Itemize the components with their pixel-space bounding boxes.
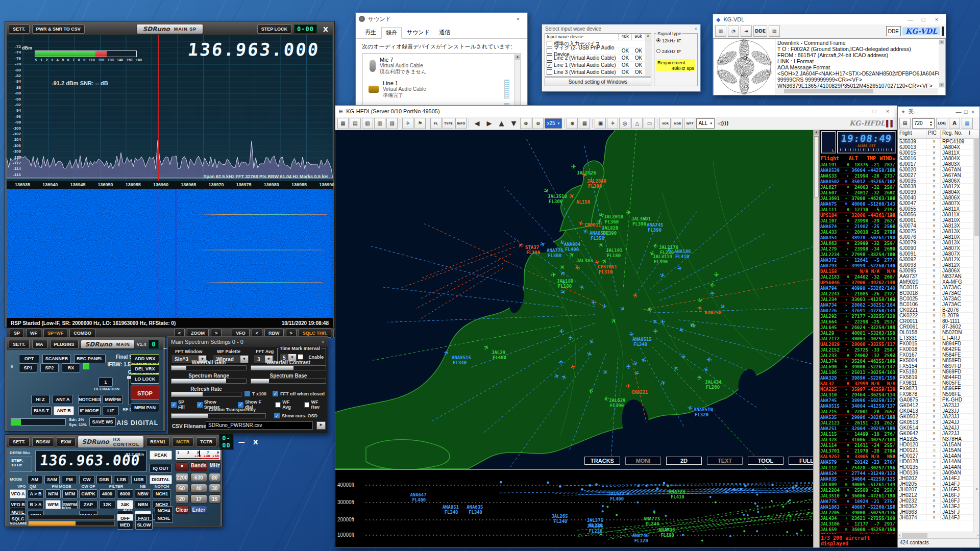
biast-button[interactable]: BIAS-T [31,406,52,415]
map-2d-button[interactable]: 2D [666,457,702,465]
wave-col-48k[interactable]: 48k [619,34,632,40]
rsyn1-button[interactable]: RSYN1 [146,437,169,446]
band-key-30[interactable]: 301 [209,484,221,493]
spectrum-range-slider[interactable] [171,379,247,384]
enter-button[interactable]: Enter [190,505,207,514]
flight-row[interactable]: UAL2829▸28000-33255/117 [820,342,896,347]
ifmode-button[interactable]: IF MODE [78,406,101,415]
flight-table-header[interactable]: FlightALT TMPWIND ▶ [820,155,897,162]
contact-row[interactable]: CK0221×B-2076 [898,307,973,313]
flight-row[interactable]: JAL690H39000-52263/147 [820,364,896,370]
contacts-header[interactable]: Flight PIC Reg. No. I [898,130,979,139]
radio-12khz[interactable]: 12kHz IF [656,38,695,43]
kgvdl-minimize-icon[interactable]: — [904,16,916,22]
enable-checkbox[interactable] [298,354,303,360]
flight-row[interactable]: UPS6046▸37900-49262/148 [820,280,896,286]
device-checkbox[interactable] [547,69,552,75]
contact-row[interactable]: FX9811○N605FE [898,380,973,386]
mode-am-button[interactable]: AM [27,475,42,484]
flight-row[interactable]: JAL2204H25580-32258/ 94 [820,488,896,493]
symbol-icon-3[interactable]: △ [631,118,643,129]
kgvdl-close-icon[interactable]: × [930,16,943,22]
contact-row[interactable]: 6J0040×JA806X [898,195,973,201]
contact-row[interactable]: FX0015×N894FD [898,341,973,346]
refresh-rate-slider[interactable] [171,392,241,397]
flight-row[interactable]: JAL186▴25011-30254/103 [820,370,896,375]
hfdl-titlebar[interactable]: ⊕ KG-HFDL(Server 0/10 PortNo 49505) — □ … [335,106,897,117]
flight-row[interactable]: JAL111H12710-5279/ 49 [820,207,896,213]
flight-row[interactable]: ANA726▾37691-47260/144 [820,308,896,314]
sp-spectrum[interactable]: -72-74-76-78-80-82-84-86-88-90-92-94-96-… [7,35,333,181]
navaid-toggle-ndb[interactable]: NDB [672,118,683,129]
band-key-60[interactable]: 605 [175,484,189,493]
sp-fill-check[interactable]: ✓SP Fill [171,399,192,410]
flight-row[interactable]: JAL627H24003-32258/ 91 [820,185,896,190]
contact-row[interactable]: AA9737×N837AN [898,273,973,279]
contact-row[interactable]: JH0205×JA14FJ [898,481,973,487]
mwfm-button[interactable]: MW/FM [103,395,123,404]
flight-row[interactable]: ANA8539▸36004-44258/155 [820,168,896,173]
flight-row[interactable]: JAL114H21611-24255/ 84 [820,443,896,448]
contact-row[interactable]: BC0106×JA73AC [898,302,973,307]
zoom-level-select[interactable]: x25▼ [545,118,562,129]
fftoff-check[interactable]: ✓FFT off when closed [273,391,325,396]
zoom-in-icon[interactable]: ⊕ [520,118,531,129]
contact-row[interactable]: CR0061○87-3602 [898,324,973,330]
flight-row[interactable]: JAL3106▾12177-7291/ 50 [820,521,896,527]
flight-row[interactable]: ANA1863▸40007-52260/156 [820,505,896,510]
step-box[interactable]: STEP:10 Hz [10,457,32,472]
lo-lock-button[interactable]: LO LOCK [131,374,159,384]
contact-row[interactable]: FX9878○N596FE [898,391,973,397]
kgvdl-tool-icon-1[interactable]: ◔ [728,26,739,37]
contact-row[interactable]: 6J0090×JA807X [898,245,973,251]
kgvdl-tool-icon-3[interactable]: DDE [753,26,767,37]
pan-down-icon[interactable]: ▼ [508,118,519,129]
contact-row[interactable]: 6J0075×JA813X [898,229,973,234]
decimation-value[interactable]: 1 [99,378,113,387]
iqout-button[interactable]: IQ OUT [150,464,172,473]
flight-row[interactable]: JAL2152▾25725-33258/ 93 [820,347,896,353]
rx-sett-button[interactable]: SETT. [9,437,30,446]
sound-titlebar[interactable]: サウンド × [356,13,527,25]
contacts-hscrollbar[interactable]: < > [898,532,979,538]
sound-device-row[interactable]: Mic 7Virtual Audio Cable現在利用できません [362,54,521,78]
hfdl-maximize-icon[interactable]: □ [868,108,880,114]
sp-frequency-display[interactable]: 136.963.000 [187,39,321,60]
sp-titlebar[interactable]: SETT. PWR & SNR TO CSV SDRuno MAIN SP ST… [7,23,333,35]
contact-row[interactable]: AM9020×XA-MFG [898,279,973,285]
rx-vfoa-button[interactable]: VFO A [10,489,26,498]
contact-row[interactable]: HD0136○JA09AN [898,470,973,475]
contact-row[interactable]: GK0642×JA22JJ [898,431,973,436]
overlay-icon-1[interactable]: ▦ [579,118,590,129]
flight-row[interactable]: ANA675H40000-51260/143 [820,202,896,207]
contact-row[interactable]: HD0121○JA15AN [898,447,973,453]
contacts-minimize-icon[interactable]: — [955,109,962,115]
band-key-17[interactable]: 173 [190,494,207,504]
flight-row[interactable]: JAL115▾14499-10276/ 51 [820,432,896,437]
sp-waterfall[interactable] [7,189,333,318]
symbol-icon-0[interactable]: ▣ [595,118,606,129]
rec-panel-button[interactable]: REC PANEL [74,354,106,363]
squelch-slider[interactable] [28,515,115,520]
label-toggle-info[interactable]: INFO [455,118,467,129]
pan-right-icon[interactable]: ▶ [483,118,495,129]
mode-cw-button[interactable]: CW [79,475,94,484]
band-key-15[interactable]: 150 [209,494,221,504]
mode-sam-button[interactable]: SAM [44,475,60,484]
contact-row[interactable]: BC0018×JA73AC [898,290,973,296]
contact-row[interactable]: DL0158×N502DN [898,330,973,335]
sp1-button[interactable]: SP1 [19,363,37,372]
contact-row[interactable]: HD0120○JA15AN [898,442,973,447]
bands-button[interactable]: Bands [190,462,207,471]
agc-slow-button[interactable]: SLOW [135,520,153,530]
rx-nfm-button[interactable]: NFM [45,489,61,498]
rx-titlebar[interactable]: SETT. RDSW EXW SDRunoRX CONTROL RSYN1 MC… [7,436,220,447]
contact-row[interactable]: GK0413×JA23JJ [898,408,973,414]
device-checkbox[interactable]: ✓ [547,62,552,68]
flight-row[interactable]: ANA251▸32004-39259/129 [820,426,896,432]
rx-minimize-icon[interactable]: — [236,438,247,446]
contact-row[interactable]: CK0222×B-2079 [898,313,973,318]
wf-avg-check[interactable]: WF Avg [275,399,299,410]
device-checkbox[interactable] [547,55,552,61]
peak-button[interactable]: PEAK [150,450,172,460]
